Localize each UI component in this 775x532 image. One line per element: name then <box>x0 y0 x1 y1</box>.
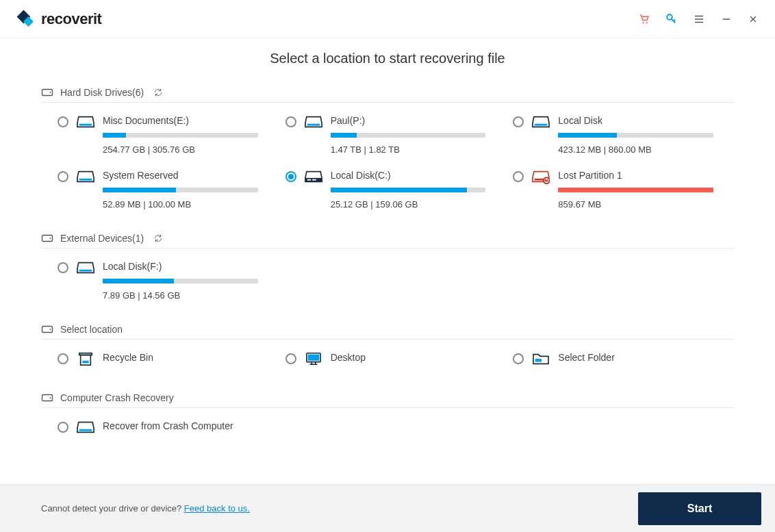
svg-rect-19 <box>79 270 92 272</box>
drive-size: 52.89 MB | 100.00 MB <box>103 199 258 210</box>
drive-radio[interactable] <box>285 171 296 182</box>
footer-text: Cannot detect your drive or device? Feed… <box>41 503 250 514</box>
drive-item[interactable]: Desktop <box>285 352 507 369</box>
svg-rect-9 <box>535 124 548 126</box>
usage-bar <box>331 188 486 192</box>
svg-rect-8 <box>307 124 320 126</box>
svg-rect-22 <box>81 355 91 366</box>
drive-radio[interactable] <box>58 262 68 273</box>
main-content: Select a location to start recovering fi… <box>0 38 775 484</box>
svg-rect-14 <box>535 179 544 181</box>
svg-point-6 <box>50 92 51 93</box>
drive-radio[interactable] <box>513 171 524 182</box>
section-external-head: External Devices(1) <box>41 229 734 249</box>
disk-icon <box>77 261 94 278</box>
refresh-icon[interactable] <box>153 233 163 243</box>
svg-rect-23 <box>79 353 92 355</box>
location-grid: Recycle Bin Desktop Select Folder <box>41 352 734 369</box>
drive-item[interactable]: System Reserved 52.89 MB | 100.00 MB <box>58 170 279 210</box>
disk-icon <box>77 420 94 438</box>
drive-size: 859.67 MB <box>558 199 713 210</box>
svg-rect-24 <box>82 361 88 364</box>
svg-rect-27 <box>535 359 542 362</box>
drive-size: 423.12 MB | 860.00 MB <box>558 144 713 155</box>
svg-rect-13 <box>312 179 316 181</box>
svg-rect-7 <box>79 124 92 126</box>
lost-icon <box>532 170 550 187</box>
feedback-link[interactable]: Feed back to us. <box>184 503 250 514</box>
menu-icon[interactable] <box>693 13 705 25</box>
drive-label: Desktop <box>331 352 486 363</box>
external-grid: Local Disk(F:) 7.89 GB | 14.56 GB <box>41 261 734 301</box>
drive-item[interactable]: Recover from Crash Computer <box>58 420 279 438</box>
drive-radio[interactable] <box>285 116 296 127</box>
drive-item[interactable]: Recycle Bin <box>58 352 279 369</box>
cart-icon[interactable] <box>638 13 650 25</box>
drive-radio[interactable] <box>513 116 524 127</box>
drive-label: Select Folder <box>558 352 713 363</box>
drive-category-icon <box>41 392 53 403</box>
usage-bar <box>558 188 713 192</box>
drive-label: Recycle Bin <box>103 352 258 363</box>
drive-label: Misc Documents(E:) <box>103 115 258 126</box>
hdd-grid: Misc Documents(E:) 254.77 GB | 305.76 GB… <box>41 115 734 210</box>
recycle-icon <box>77 352 94 369</box>
section-location-label: Select location <box>60 324 123 335</box>
app-title: recoverit <box>41 10 101 28</box>
drive-size: 254.77 GB | 305.76 GB <box>103 144 258 155</box>
drive-label: Local Disk(F:) <box>103 261 258 272</box>
section-external-label: External Devices(1) <box>60 233 144 244</box>
drive-size: 1.47 TB | 1.82 TB <box>331 144 486 155</box>
drive-item[interactable]: Paul(P:) 1.47 TB | 1.82 TB <box>285 115 507 155</box>
drive-radio[interactable] <box>58 116 68 127</box>
usage-bar <box>331 133 486 138</box>
footer-prompt: Cannot detect your drive or device? <box>41 503 184 514</box>
drive-size: 25.12 GB | 159.06 GB <box>331 199 486 210</box>
drive-item[interactable]: Lost Partition 1 859.67 MB <box>513 170 734 210</box>
disk-icon <box>305 115 322 132</box>
minimize-icon[interactable] <box>720 13 733 25</box>
page-title: Select a location to start recovering fi… <box>41 51 734 66</box>
svg-point-21 <box>50 329 51 330</box>
section-crash-head: Computer Crash Recovery <box>41 388 734 408</box>
drive-item[interactable]: Local Disk 423.12 MB | 860.00 MB <box>513 115 734 155</box>
section-crash-label: Computer Crash Recovery <box>60 392 174 403</box>
svg-point-29 <box>50 397 51 398</box>
system-icon <box>305 170 322 187</box>
drive-item[interactable]: Select Folder <box>513 352 734 369</box>
drive-radio[interactable] <box>58 422 68 433</box>
drive-label: Lost Partition 1 <box>558 170 713 181</box>
drive-size: 7.89 GB | 14.56 GB <box>103 290 258 301</box>
section-hdd-head: Hard Disk Drives(6) <box>41 83 734 103</box>
svg-point-2 <box>642 22 644 23</box>
start-button[interactable]: Start <box>638 492 761 525</box>
svg-rect-30 <box>79 429 92 431</box>
usage-bar <box>558 133 713 138</box>
refresh-icon[interactable] <box>153 88 163 97</box>
drive-item[interactable]: Local Disk(F:) 7.89 GB | 14.56 GB <box>58 261 279 301</box>
drive-radio[interactable] <box>58 353 68 364</box>
drive-radio[interactable] <box>513 353 524 364</box>
drive-label: Local Disk <box>558 115 713 126</box>
crash-grid: Recover from Crash Computer <box>41 420 734 438</box>
app-logo: recoverit <box>16 10 101 29</box>
desktop-icon <box>305 352 322 369</box>
disk-icon <box>532 115 550 132</box>
titlebar: recoverit <box>0 0 775 38</box>
svg-rect-26 <box>307 355 319 361</box>
drive-item[interactable]: Local Disk(C:) 25.12 GB | 159.06 GB <box>285 170 507 210</box>
usage-bar <box>103 279 258 283</box>
drive-radio[interactable] <box>285 353 296 364</box>
close-icon[interactable] <box>748 14 759 25</box>
drive-radio[interactable] <box>58 171 68 182</box>
usage-bar <box>103 133 258 138</box>
drive-item[interactable]: Misc Documents(E:) 254.77 GB | 305.76 GB <box>58 115 279 155</box>
key-icon[interactable] <box>665 13 678 25</box>
section-hdd-label: Hard Disk Drives(6) <box>60 87 144 98</box>
svg-rect-10 <box>79 179 92 181</box>
logo-icon <box>16 10 36 29</box>
drive-category-icon <box>41 87 53 98</box>
usage-bar <box>103 188 258 192</box>
drive-label: Local Disk(C:) <box>331 170 486 181</box>
drive-label: Recover from Crash Computer <box>103 420 258 431</box>
